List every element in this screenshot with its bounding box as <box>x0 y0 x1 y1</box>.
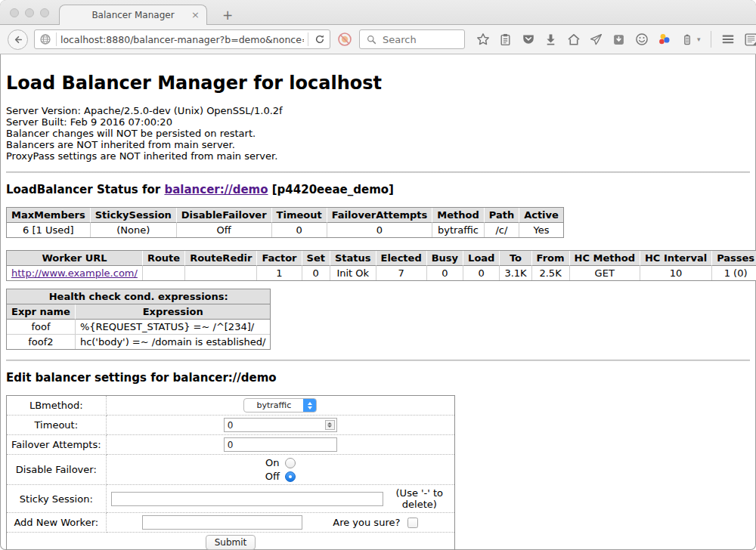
bookmark-star-icon[interactable] <box>476 32 490 47</box>
col-header: Expr name <box>7 304 76 320</box>
new-tab-button[interactable]: + <box>222 9 233 22</box>
col-header: HC Method <box>570 251 640 266</box>
close-window-button[interactable] <box>10 8 19 17</box>
confirm-checkbox[interactable] <box>407 518 418 528</box>
failover-attempts-input[interactable] <box>224 437 337 452</box>
divider <box>6 360 750 361</box>
col-header: RouteRedir <box>185 251 257 266</box>
cell-hc-interval: 10 <box>640 266 712 280</box>
toolbar-separator <box>711 31 711 48</box>
form-row-lbmethod: LBmethod: bytraffic <box>7 396 454 416</box>
col-header: Busy <box>427 251 463 266</box>
col-header: DisableFailover <box>177 208 272 223</box>
submit-button[interactable]: Submit <box>206 535 256 550</box>
downloads-icon[interactable] <box>544 32 558 47</box>
cell-routeredir <box>185 266 257 280</box>
status-heading-prefix: LoadBalancer Status for <box>6 183 164 196</box>
col-header: Elected <box>376 251 427 266</box>
timeout-input[interactable] <box>224 418 337 432</box>
reading-list-icon[interactable] <box>498 32 513 47</box>
search-bar[interactable] <box>359 29 465 49</box>
tab-title: Balancer Manager <box>91 10 174 20</box>
feedback-smiley-icon[interactable] <box>634 32 649 47</box>
url-input[interactable] <box>60 34 304 45</box>
confirm-label: Are you sure? <box>333 517 400 528</box>
col-header: Active <box>519 208 563 223</box>
loadbalancer-status-heading: LoadBalancer Status for balancer://demo … <box>6 183 750 196</box>
tab-balancer-manager[interactable]: Balancer Manager × <box>59 5 207 25</box>
radio-off-label: Off <box>265 471 280 482</box>
minimize-window-button[interactable] <box>25 8 34 17</box>
pocket-icon[interactable] <box>521 32 535 47</box>
timeout-label: Timeout: <box>7 416 107 435</box>
server-info: Server Version: Apache/2.5.0-dev (Unix) … <box>6 105 750 162</box>
cell-set: 0 <box>302 266 330 280</box>
site-identity-globe-icon[interactable] <box>38 32 52 47</box>
cell-load: 0 <box>463 266 500 280</box>
balancer-demo-link[interactable]: balancer://demo <box>164 183 268 196</box>
toolbar-buttons: ▾ <box>476 31 756 48</box>
navigation-toolbar: ▾ <box>0 25 756 54</box>
radio-on-label: On <box>265 457 279 468</box>
health-check-table: Health check cond. expressions: Expr nam… <box>6 289 271 350</box>
tab-close-icon[interactable]: × <box>191 9 200 20</box>
sticky-session-input[interactable] <box>111 492 383 506</box>
extension-colored-dots-icon[interactable] <box>657 32 671 47</box>
col-header: Load <box>463 251 500 266</box>
cell-passes: 1 (0) <box>712 266 756 280</box>
cell-maxmembers: 6 [1 Used] <box>7 223 91 237</box>
add-worker-input[interactable] <box>142 515 302 530</box>
col-header: From <box>532 251 570 266</box>
disable-failover-off-radio[interactable] <box>285 471 296 482</box>
form-row-submit: Submit <box>7 533 454 550</box>
zoom-window-button[interactable] <box>40 8 49 17</box>
form-row-failover-attempts: Failover Attempts: <box>7 435 454 455</box>
battery-extension-icon[interactable] <box>680 32 694 47</box>
form-row-add-worker: Add New Worker: Are you sure? <box>7 513 454 533</box>
content-blocked-icon[interactable] <box>336 31 353 48</box>
cell-timeout: 0 <box>272 223 327 237</box>
lbmethod-selected-value: bytraffic <box>244 399 303 412</box>
proxypass-notice-line: ProxyPass settings are NOT inherited fro… <box>6 150 750 162</box>
back-button[interactable] <box>8 29 28 50</box>
reload-icon[interactable] <box>312 32 327 47</box>
cell-status: Init Ok <box>330 266 376 280</box>
col-header: StickySession <box>91 208 177 223</box>
page-content: Load Balancer Manager for localhost Serv… <box>0 54 756 550</box>
home-icon[interactable] <box>566 32 581 47</box>
table-row: 6 [1 Used] (None) Off 0 0 bytraffic /c/ … <box>7 223 563 237</box>
form-row-sticky-session: Sticky Session: (Use '-' to delete) <box>7 485 454 513</box>
notes-grid-icon[interactable] <box>744 32 756 47</box>
menu-hamburger-icon[interactable] <box>721 32 736 47</box>
inherit-notice-line: Balancers are NOT inherited from main se… <box>6 139 750 150</box>
number-spinner-icon[interactable] <box>325 420 335 430</box>
col-header: Factor <box>257 251 302 266</box>
col-header: Path <box>485 208 519 223</box>
url-bar[interactable] <box>34 29 330 49</box>
sticky-session-label: Sticky Session: <box>7 485 107 513</box>
server-version-line: Server Version: Apache/2.5.0-dev (Unix) … <box>6 105 750 116</box>
col-header: Set <box>302 251 330 266</box>
send-page-icon[interactable] <box>589 32 603 47</box>
chevron-down-icon[interactable]: ▾ <box>697 36 701 43</box>
col-header: Timeout <box>272 208 327 223</box>
server-built-line: Server Built: Feb 9 2016 07:00:20 <box>6 116 750 128</box>
search-input[interactable] <box>383 34 460 45</box>
add-worker-label: Add New Worker: <box>7 513 107 533</box>
cell-active: Yes <box>519 223 563 237</box>
page-title: Load Balancer Manager for localhost <box>6 73 750 94</box>
cell-expression: %{REQUEST_STATUS} =~ /^[234]/ <box>76 320 271 335</box>
save-to-device-icon[interactable] <box>612 32 626 47</box>
cell-expr-name: foof <box>7 320 76 335</box>
lbmethod-select[interactable]: bytraffic <box>243 398 317 412</box>
persist-notice-line: Balancer changes will NOT be persisted o… <box>6 128 750 139</box>
failover-attempts-label: Failover Attempts: <box>7 435 107 455</box>
cell-from: 2.5K <box>532 266 570 280</box>
balancer-settings-form: LBmethod: bytraffic Timeout: <box>6 395 455 550</box>
select-stepper-icon <box>303 399 316 412</box>
col-header: Route <box>143 251 185 266</box>
disable-failover-on-radio[interactable] <box>285 458 296 468</box>
col-header: Status <box>330 251 376 266</box>
col-header: FailoverAttempts <box>327 208 433 223</box>
worker-url-link[interactable]: http://www.example.com/ <box>11 267 138 279</box>
